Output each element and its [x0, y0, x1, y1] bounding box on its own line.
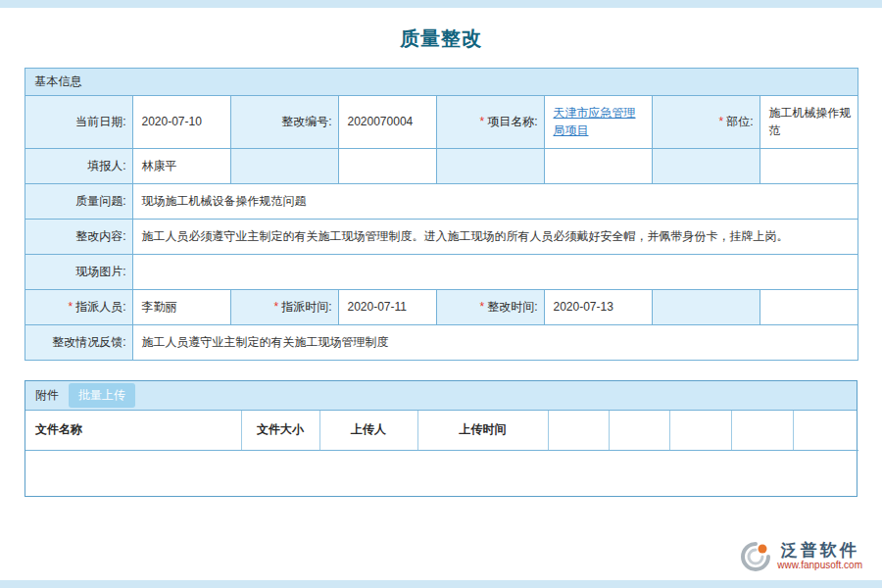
brand-name: 泛普软件 [781, 542, 859, 561]
site-photo-label: 现场图片: [24, 255, 132, 290]
empty-cell [338, 149, 436, 184]
site-photo-value [132, 255, 858, 290]
current-date-value: 2020-07-10 [132, 96, 230, 149]
bottom-decoration-bar [0, 580, 882, 588]
attachments-col-uploadtime: 上传时间 [417, 411, 548, 450]
assign-time-label-text: 指派时间: [281, 300, 331, 314]
required-asterisk: * [273, 300, 278, 314]
rectify-content-label: 整改内容: [24, 220, 132, 255]
doc-no-label: 整改编号: [230, 96, 338, 149]
assign-time-value: 2020-07-11 [338, 290, 436, 325]
assign-time-label: *指派时间: [230, 290, 338, 325]
location-label: *部位: [652, 96, 760, 149]
empty-cell [760, 149, 858, 184]
attachments-header-row: 文件名称 文件大小 上传人 上传时间 [25, 411, 858, 450]
top-decoration-bar [0, 0, 882, 8]
empty-cell [609, 411, 669, 450]
attachments-col-filename: 文件名称 [25, 411, 241, 450]
empty-cell [652, 149, 760, 184]
quality-issue-label: 质量问题: [24, 184, 132, 220]
rectify-time-value: 2020-07-13 [544, 290, 652, 325]
attachments-table: 文件名称 文件大小 上传人 上传时间 [25, 411, 858, 451]
empty-cell [731, 411, 793, 450]
required-asterisk: * [479, 300, 484, 314]
basic-info-table: 基本信息 当前日期: 2020-07-10 整改编号: 2020070004 *… [24, 68, 858, 361]
doc-no-value: 2020070004 [338, 96, 436, 149]
project-name-value: 天津市应急管理局项目 [544, 96, 652, 149]
attachments-section-title: 附件 [35, 387, 59, 404]
location-value: 施工机械操作规范 [760, 96, 858, 149]
feedback-value: 施工人员遵守业主制定的有关施工现场管理制度 [132, 325, 858, 361]
project-name-label-text: 项目名称: [487, 115, 537, 128]
rectify-content-value: 施工人员必须遵守业主制定的有关施工现场管理制度。进入施工现场的所有人员必须戴好安… [132, 220, 858, 255]
project-name-label: *项目名称: [436, 96, 544, 149]
assignee-label: *指派人员: [24, 290, 132, 325]
empty-cell [544, 149, 652, 184]
required-asterisk: * [479, 115, 484, 128]
empty-cell [669, 411, 731, 450]
assignee-label-text: 指派人员: [75, 300, 125, 314]
batch-upload-button[interactable]: 批量上传 [69, 383, 135, 408]
attachments-col-uploader: 上传人 [319, 411, 417, 450]
project-name-link[interactable]: 天津市应急管理局项目 [554, 106, 636, 136]
brand-url: www.fanpusoft.com [777, 560, 862, 571]
reporter-value: 林康平 [132, 149, 230, 184]
quality-issue-value: 现场施工机械设备操作规范问题 [132, 184, 858, 220]
empty-cell [230, 149, 338, 184]
required-asterisk: * [68, 300, 73, 314]
empty-cell [548, 411, 609, 450]
attachments-header-bar: 附件 批量上传 [25, 381, 857, 411]
page-title: 质量整改 [0, 25, 882, 52]
attachments-empty-body [25, 451, 857, 496]
location-label-text: 部位: [726, 115, 753, 128]
rectify-time-label: *整改时间: [436, 290, 544, 325]
brand-text-block: 泛普软件 www.fanpusoft.com [777, 542, 862, 572]
assignee-value: 李勤丽 [132, 290, 230, 325]
attachments-section: 附件 批量上传 文件名称 文件大小 上传人 上传时间 [24, 380, 858, 497]
feedback-label: 整改情况反馈: [24, 325, 132, 361]
empty-cell [793, 411, 858, 450]
empty-cell [436, 149, 544, 184]
attachments-col-filesize: 文件大小 [241, 411, 319, 450]
basic-info-section-header: 基本信息 [24, 69, 858, 96]
rectify-time-label-text: 整改时间: [487, 300, 537, 314]
fanpu-logo-icon [740, 541, 771, 572]
required-asterisk: * [718, 115, 723, 128]
fanpu-logo: 泛普软件 www.fanpusoft.com [740, 541, 862, 572]
reporter-label: 填报人: [24, 149, 132, 184]
empty-cell [652, 290, 760, 325]
empty-cell [760, 290, 858, 325]
current-date-label: 当前日期: [24, 96, 132, 149]
